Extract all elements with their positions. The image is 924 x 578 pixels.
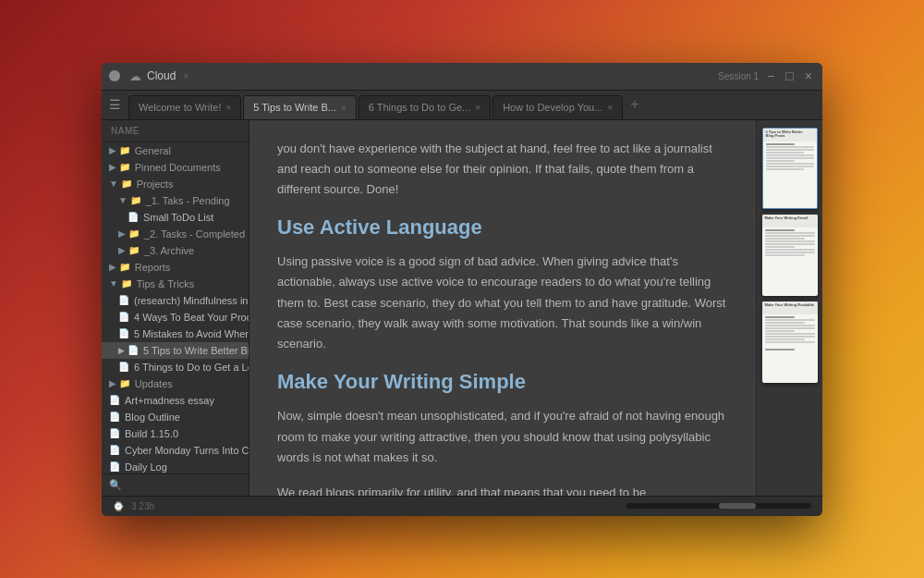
- tab-howto-close[interactable]: ×: [607, 103, 613, 113]
- sidebar-item-3archive[interactable]: ▶ 📁 _3. Archive: [102, 242, 249, 259]
- sidebar-label-blogoutline: Blog Outline: [125, 412, 180, 423]
- file-icon-dailylog: 📄: [109, 461, 120, 472]
- app-window: ☁ Cloud × Session 1 − □ × ☰ Welcome to W…: [102, 63, 822, 516]
- file-icon-smalltodo: 📄: [128, 212, 139, 222]
- sidebar-item-cybermonday[interactable]: 📄 Cyber Monday Turns Into Cyb...: [102, 442, 249, 459]
- folder-icon-1tasks: ▼ 📁: [118, 195, 141, 205]
- sidebar-label-cybermonday: Cyber Monday Turns Into Cyb...: [125, 445, 249, 456]
- search-input[interactable]: [126, 479, 249, 490]
- file-icon-cybermonday: 📄: [109, 445, 120, 455]
- thumb-header-3: Make Your Writing Readable: [762, 301, 818, 314]
- tab-6things[interactable]: 6 Things to Do to Ge... ×: [359, 95, 491, 119]
- sidebar-label-mindfulness: (research) Mindfulness in Si...: [134, 295, 249, 306]
- sidebar-scroll[interactable]: ▶ 📁 General ▶ 📁 Pinned Documents ▼ 📁 Pro…: [102, 142, 249, 473]
- sidebar-item-4ways[interactable]: 📄 4 Ways To Beat Your Procr...: [102, 309, 249, 326]
- editor-paragraph-simple2: We read blogs primarily for utility, and…: [277, 483, 728, 496]
- file-icon-artmadness: 📄: [109, 395, 120, 405]
- thumb-header-1: 5 Tips to Write BetterBlog Posts: [763, 129, 817, 141]
- status-bar: ⌚ 3 23h: [102, 496, 822, 516]
- sidebar-item-general[interactable]: ▶ 📁 General: [102, 142, 249, 159]
- scroll-indicator[interactable]: [626, 503, 811, 509]
- sidebar-item-projects[interactable]: ▼ 📁 Projects: [102, 176, 249, 192]
- sidebar-search-bar: 🔍 ×: [102, 473, 249, 496]
- title-close-icon[interactable]: ×: [183, 70, 188, 81]
- sidebar-item-dailylog[interactable]: 📄 Daily Log: [102, 459, 249, 473]
- sidebar-item-1tasks[interactable]: ▼ 📁 _1. Taks - Pending: [102, 192, 249, 209]
- sidebar-item-tipstricks[interactable]: ▼ 📁 Tips & Tricks: [102, 276, 249, 292]
- thumb-body-2: [762, 228, 818, 296]
- sidebar-label-dailylog: Daily Log: [125, 461, 167, 473]
- folder-icon: ▶ 📁: [109, 145, 130, 155]
- folder-icon-updates: ▶ 📁: [109, 378, 130, 388]
- sidebar-item-blogoutline[interactable]: 📄 Blog Outline: [102, 409, 249, 425]
- search-icon: 🔍: [109, 479, 122, 491]
- tab-6things-close[interactable]: ×: [475, 103, 480, 113]
- sidebar-header: Name: [102, 120, 249, 142]
- folder-icon-3archive: ▶ 📁: [118, 245, 140, 255]
- arrow-icon-5tips: ▶: [118, 346, 125, 355]
- thumb-body-3: [762, 314, 818, 383]
- preview-thumb-1[interactable]: 5 Tips to Write BetterBlog Posts: [762, 128, 818, 209]
- window-close-button[interactable]: ×: [802, 68, 815, 83]
- file-icon-mindfulness: 📄: [118, 295, 129, 305]
- file-icon-4ways: 📄: [118, 312, 129, 322]
- sidebar-item-6things[interactable]: 📄 6 Things to Do to Get a Le...: [102, 359, 249, 375]
- editor-main[interactable]: you don't have experience with the subje…: [249, 120, 756, 496]
- sidebar-label-smalltodo: Small ToDo List: [143, 212, 213, 223]
- sidebar-item-mindfulness[interactable]: 📄 (research) Mindfulness in Si...: [102, 292, 249, 309]
- sidebar-item-reports[interactable]: ▶ 📁 Reports: [102, 259, 249, 276]
- folder-icon-reports: ▶ 📁: [109, 262, 130, 272]
- sidebar-label-4ways: 4 Ways To Beat Your Procr...: [134, 312, 249, 323]
- tab-welcome-label: Welcome to Write!: [139, 102, 221, 113]
- main-content: Name ▶ 📁 General ▶ 📁 Pinned Documents ▼ …: [102, 120, 822, 496]
- minimize-button[interactable]: −: [764, 68, 777, 83]
- clock-icon: ⌚: [113, 501, 124, 511]
- sidebar-label-6things: 6 Things to Do to Get a Le...: [134, 362, 249, 373]
- close-button[interactable]: [109, 70, 120, 81]
- hamburger-button[interactable]: ☰: [109, 97, 121, 112]
- tab-howto-label: How to Develop You...: [503, 102, 602, 113]
- sidebar-label-5mistakes: 5 Mistakes to Avoid When ...: [134, 328, 249, 339]
- preview-panel: 5 Tips to Write BetterBlog Posts: [756, 120, 822, 496]
- tab-5tips-label: 5 Tips to Write B...: [253, 102, 336, 113]
- word-count: 3 23h: [131, 501, 154, 511]
- maximize-button[interactable]: □: [783, 68, 796, 83]
- title-bar-left: ☁ Cloud ×: [109, 69, 189, 83]
- file-icon-6things: 📄: [118, 362, 129, 372]
- add-tab-button[interactable]: +: [625, 96, 644, 113]
- sidebar-item-pinned[interactable]: ▶ 📁 Pinned Documents: [102, 159, 249, 176]
- folder-icon-2tasks: ▶ 📁: [118, 228, 140, 239]
- sidebar-item-smalltodo[interactable]: 📄 Small ToDo List: [102, 209, 249, 226]
- sidebar-item-artmadness[interactable]: 📄 Art+madness essay: [102, 392, 249, 409]
- sidebar-label-general: General: [135, 145, 171, 156]
- file-icon-5tips: 📄: [128, 345, 139, 355]
- sidebar-item-2tasks[interactable]: ▶ 📁 _2. Tasks - Completed: [102, 226, 249, 242]
- tab-5tips-close[interactable]: ×: [341, 103, 346, 113]
- sidebar-item-5tips[interactable]: ▶ 📄 5 Tips to Write Better Blog ...: [102, 342, 249, 359]
- sidebar-label-projects: Projects: [137, 178, 174, 190]
- tab-5tips[interactable]: 5 Tips to Write B... ×: [243, 95, 357, 119]
- scroll-thumb: [719, 503, 756, 509]
- tab-welcome-close[interactable]: ×: [225, 103, 231, 113]
- thumb-header-2: Make Your Writing Email: [762, 215, 818, 228]
- sidebar-label-tipstricks: Tips & Tricks: [137, 278, 195, 289]
- sidebar-label-1tasks: _1. Taks - Pending: [146, 195, 230, 206]
- title-bar-right: Session 1 − □ ×: [718, 68, 815, 83]
- sidebar-label-5tips: 5 Tips to Write Better Blog ...: [143, 345, 249, 356]
- sidebar-label-3archive: _3. Archive: [144, 245, 194, 256]
- folder-icon-pinned: ▶ 📁: [109, 162, 130, 172]
- tab-howto[interactable]: How to Develop You... ×: [492, 95, 623, 119]
- editor-heading-simple: Make Your Writing Simple: [277, 369, 728, 396]
- folder-icon-tips: ▼ 📁: [109, 278, 132, 289]
- preview-thumb-2[interactable]: Make Your Writing Email: [762, 215, 818, 296]
- editor-area: you don't have experience with the subje…: [249, 120, 822, 496]
- sidebar-label-pinned: Pinned Documents: [135, 162, 221, 173]
- tab-welcome[interactable]: Welcome to Write! ×: [128, 95, 241, 119]
- sidebar-item-build[interactable]: 📄 Build 1.15.0: [102, 425, 249, 442]
- editor-paragraph-simple1: Now, simple doesn't mean unsophisticated…: [277, 406, 728, 467]
- preview-thumb-3[interactable]: Make Your Writing Readable: [762, 301, 818, 383]
- file-icon-build: 📄: [109, 428, 120, 438]
- file-icon-blogoutline: 📄: [109, 412, 120, 422]
- sidebar-item-5mistakes[interactable]: 📄 5 Mistakes to Avoid When ...: [102, 326, 249, 342]
- sidebar-item-updates[interactable]: ▶ 📁 Updates: [102, 375, 249, 392]
